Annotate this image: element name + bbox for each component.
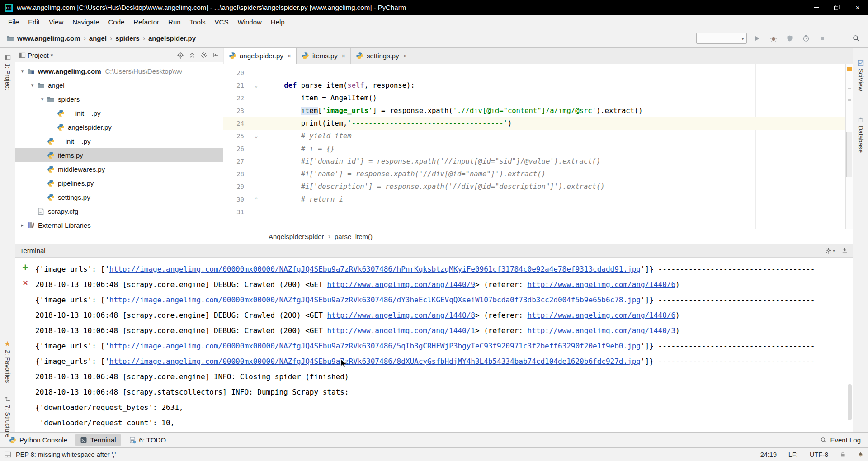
stop-button[interactable]: [816, 33, 828, 44]
hide-left-icon[interactable]: [212, 52, 219, 59]
minimize-button[interactable]: [806, 0, 826, 15]
toolwindow-toggle-icon[interactable]: [5, 451, 11, 458]
editor-breadcrumb-angelspiderspider[interactable]: AngelspiderSpider: [269, 233, 324, 240]
menu-item-help[interactable]: Help: [266, 16, 289, 28]
file-encoding[interactable]: UTF-8: [810, 451, 828, 458]
menu-item-window[interactable]: Window: [233, 16, 266, 28]
tool-stripe-button-database[interactable]: Database: [853, 117, 868, 153]
terminal-link[interactable]: http://www.angelimg.com/ang/1440/6: [528, 280, 676, 289]
tool-stripe-button-sciview[interactable]: SciView: [853, 60, 868, 91]
terminal-scrollbar-thumb[interactable]: [848, 384, 852, 420]
tree-item-pipelines-py[interactable]: pipelines.py: [15, 176, 223, 190]
terminal-settings-icon[interactable]: ▾: [825, 247, 835, 254]
project-panel-title[interactable]: Project ▾: [19, 52, 53, 59]
menu-item-code[interactable]: Code: [104, 16, 129, 28]
inspections-profile-icon[interactable]: [858, 452, 863, 457]
editor-scrollbar-thumb[interactable]: [846, 132, 852, 177]
run-button[interactable]: [751, 33, 763, 44]
code-line-23[interactable]: 23 item['image_urls'] = response.xpath('…: [223, 104, 845, 117]
breadcrumb-spiders[interactable]: spiders: [115, 34, 139, 42]
code-line-29[interactable]: 29 #i['description'] = response.xpath('/…: [223, 180, 845, 193]
tree-item-items-py[interactable]: items.py: [15, 148, 223, 162]
editor-breadcrumb-parse-item[interactable]: parse_item(): [335, 233, 373, 240]
chevron-collapsed-icon[interactable]: ▸: [18, 222, 27, 228]
code-line-22[interactable]: 22 item = AngelItem(): [223, 92, 845, 104]
tool-stripe-button-1-project[interactable]: 1: Project: [0, 54, 15, 90]
breadcrumb-angel[interactable]: angel: [89, 34, 107, 42]
tab-close-icon[interactable]: ×: [288, 52, 291, 60]
coverage-button[interactable]: [784, 33, 796, 44]
menu-item-refactor[interactable]: Refactor: [129, 16, 164, 28]
tab-close-icon[interactable]: ×: [403, 52, 407, 60]
terminal-link[interactable]: http://www.angelimg.com/ang/1440/9: [327, 280, 475, 289]
code-line-28[interactable]: 28 #i['name'] = response.xpath('//div[@i…: [223, 168, 845, 180]
menu-item-tools[interactable]: Tools: [185, 16, 210, 28]
terminal-output[interactable]: {'image_urls': ['http://image.angelimg.c…: [35, 258, 853, 432]
tool-button-6-todo[interactable]: 6: TODO: [124, 434, 170, 446]
tool-stripe-button-2-favorites[interactable]: ★2: Favorites: [0, 341, 15, 383]
breadcrumb-www-angelimg-com[interactable]: www.angelimg.com: [17, 34, 80, 42]
code-line-25[interactable]: 25⌄ # yield item: [223, 130, 845, 142]
code-line-26[interactable]: 26 # i = {}: [223, 142, 845, 155]
new-session-icon[interactable]: +: [22, 263, 28, 271]
caret-position[interactable]: 24:19: [760, 451, 777, 458]
terminal-link[interactable]: http://www.angelimg.com/ang/1440/6: [528, 311, 676, 320]
profiler-button[interactable]: [800, 33, 812, 44]
collapse-icon[interactable]: [189, 52, 196, 59]
tree-item-init-py[interactable]: __init__.py: [15, 106, 223, 120]
code-line-30[interactable]: 30⌃ # return i: [223, 193, 845, 206]
fold-marker-icon[interactable]: ⌄: [250, 130, 263, 142]
menu-item-navigate[interactable]: Navigate: [68, 16, 104, 28]
event-log-button[interactable]: Event Log: [820, 436, 863, 444]
locate-icon[interactable]: [177, 52, 184, 59]
code-line-27[interactable]: 27 #i['domain_id'] = response.xpath('//i…: [223, 155, 845, 168]
menu-item-run[interactable]: Run: [164, 16, 185, 28]
menu-item-vcs[interactable]: VCS: [210, 16, 233, 28]
code-line-21[interactable]: 21⌄ def parse_item(self, response):: [223, 79, 845, 92]
terminal-link[interactable]: http://www.angelimg.com/ang/1440/3: [528, 326, 676, 335]
tab-close-icon[interactable]: ×: [342, 52, 345, 60]
tree-item-scrapy-cfg[interactable]: scrapy.cfg: [15, 204, 223, 218]
menu-item-view[interactable]: View: [44, 16, 68, 28]
line-separator[interactable]: LF:: [788, 451, 798, 458]
close-session-icon[interactable]: ×: [23, 278, 28, 287]
tree-item-external-libraries[interactable]: ▸External Libraries: [15, 218, 223, 232]
editor-error-stripe[interactable]: [845, 64, 853, 229]
run-config-dropdown[interactable]: ▾: [696, 33, 747, 44]
readonly-lock-icon[interactable]: [840, 452, 846, 457]
tool-stripe-button-7-structure[interactable]: 7: Structure: [0, 396, 15, 437]
menu-item-file[interactable]: File: [4, 16, 24, 28]
code-line-24[interactable]: 24 print(item,'-------------------------…: [223, 117, 845, 130]
tab-angelspider-py[interactable]: angelspider.py×: [224, 48, 297, 64]
tool-button-terminal[interactable]: Terminal: [75, 434, 121, 446]
gear-icon[interactable]: [200, 52, 208, 59]
breadcrumb-angelspider-py[interactable]: angelspider.py: [148, 34, 196, 42]
tree-item-middlewares-py[interactable]: middlewares.py: [15, 162, 223, 176]
restore-button[interactable]: [826, 0, 847, 15]
tab-settings-py[interactable]: settings.py×: [351, 48, 412, 64]
tree-item-angel[interactable]: ▾angel: [15, 78, 223, 92]
code-line-31[interactable]: 31: [223, 206, 845, 218]
terminal-link[interactable]: http://image.angelimg.com/00000mx00000/N…: [109, 357, 641, 366]
tree-item-init-py[interactable]: __init__.py: [15, 134, 223, 148]
tree-item-spiders[interactable]: ▾spiders: [15, 92, 223, 106]
tree-item-www-angelimg-com[interactable]: ▾www.angelimg.comC:\Users\Hus\Desktop\wv: [15, 64, 223, 78]
code-line-20[interactable]: 20: [223, 66, 845, 79]
search-everywhere-icon[interactable]: [850, 33, 862, 44]
terminal-link[interactable]: http://www.angelimg.com/ang/1440/8: [327, 311, 475, 320]
tree-item-settings-py[interactable]: settings.py: [15, 190, 223, 204]
terminal-hide-icon[interactable]: [841, 247, 848, 254]
tree-item-angelspider-py[interactable]: angelspider.py: [15, 120, 223, 134]
fold-marker-icon[interactable]: ⌃: [250, 193, 263, 206]
menu-item-edit[interactable]: Edit: [24, 16, 44, 28]
terminal-link[interactable]: http://image.angelimg.com/00000mx00000/N…: [109, 265, 641, 273]
chevron-expanded-icon[interactable]: ▾: [18, 68, 27, 74]
debug-button[interactable]: [768, 33, 779, 44]
close-button[interactable]: ×: [847, 0, 868, 15]
terminal-link[interactable]: http://image.angelimg.com/00000mx00000/N…: [109, 342, 641, 350]
fold-marker-icon[interactable]: ⌄: [250, 79, 263, 92]
chevron-expanded-icon[interactable]: ▾: [38, 96, 47, 102]
tab-items-py[interactable]: items.py×: [297, 48, 351, 64]
chevron-expanded-icon[interactable]: ▾: [28, 82, 37, 88]
terminal-header[interactable]: Terminal ▾: [15, 244, 853, 258]
